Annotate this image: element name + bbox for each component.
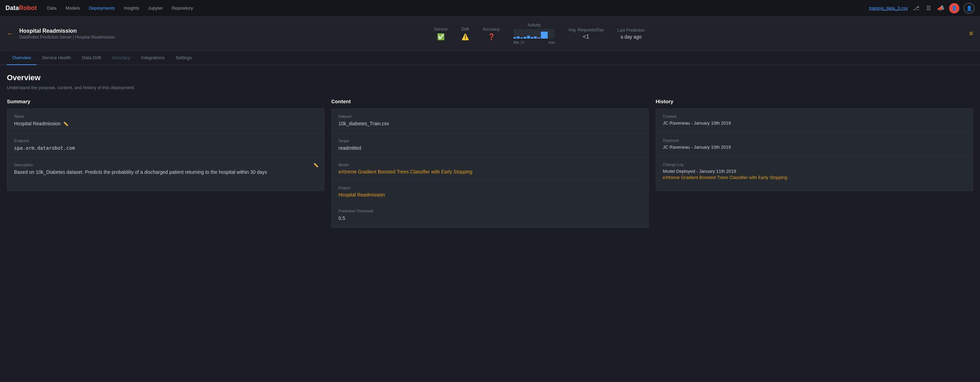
description-field-value: Based on 10k_Diabetes dataset. Predicts … bbox=[14, 169, 317, 176]
summary-title: Summary bbox=[7, 98, 325, 104]
dataset-field-value: 10k_diabetes_Train.csv bbox=[339, 120, 641, 127]
tab-data-drift[interactable]: Data Drift bbox=[76, 51, 107, 65]
content-title: Content bbox=[331, 98, 649, 104]
last-prediction-stat: Last Prediction a day ago bbox=[617, 28, 644, 40]
deployment-header: ← Hospital Readmission DataRobot Predict… bbox=[0, 16, 980, 51]
main-content: Overview Understand the purpose, content… bbox=[0, 65, 980, 236]
content-target-section: Target readmitted bbox=[332, 133, 648, 158]
logo-robot-text: Robot bbox=[19, 5, 37, 12]
tab-service-health[interactable]: Service Health bbox=[37, 51, 76, 65]
history-created-section: Created JC Raveneau - January 10th 2019 bbox=[656, 109, 973, 133]
tab-overview[interactable]: Overview bbox=[7, 51, 37, 65]
logo[interactable]: Data Robot bbox=[5, 5, 37, 12]
changelog-field-label: Change Log bbox=[663, 163, 966, 166]
service-status-icon: ✅ bbox=[437, 33, 445, 41]
accuracy-status-icon: ❓ bbox=[488, 33, 495, 41]
nav-right-actions: training_data_3.csv ⎇ ☰ 📣 👤 👤 bbox=[869, 3, 975, 14]
content-column: Content Dataset 10k_diabetes_Train.csv T… bbox=[331, 98, 649, 228]
created-field-value: JC Raveneau - January 10th 2019 bbox=[663, 120, 966, 127]
threshold-field-label: Prediction Threshold bbox=[339, 209, 641, 213]
deployment-title: Hospital Readmission bbox=[19, 28, 115, 34]
user-avatar-orange[interactable]: 👤 bbox=[949, 3, 959, 13]
summary-column: Summary Name Hospital Readmission ✏️ End… bbox=[7, 98, 325, 191]
avg-requests-value: <1 bbox=[583, 34, 589, 40]
page-subtitle: Understand the purpose, content, and his… bbox=[7, 85, 973, 90]
tabs-bar: Overview Service Health Data Drift Accur… bbox=[0, 51, 980, 65]
project-field-value[interactable]: Hospital Readmission bbox=[339, 192, 641, 198]
description-edit-icon[interactable]: ✏️ bbox=[313, 163, 318, 168]
dataset-field-label: Dataset bbox=[339, 114, 641, 118]
nav-deployments[interactable]: Deployments bbox=[85, 4, 118, 12]
avg-requests-label: Avg. Requests/Day bbox=[568, 27, 604, 32]
history-card: Created JC Raveneau - January 10th 2019 … bbox=[655, 109, 973, 191]
notifications-icon[interactable]: ☰ bbox=[924, 4, 932, 13]
created-field-label: Created bbox=[663, 114, 966, 118]
drift-label: Drift bbox=[461, 27, 469, 32]
nav-links: Data Models Deployments Insights Jupyter… bbox=[44, 4, 869, 12]
activity-chart bbox=[513, 29, 555, 38]
drift-status-icon: ⚠️ bbox=[461, 33, 469, 41]
deployment-title-block: Hospital Readmission DataRobot Predictio… bbox=[19, 28, 115, 40]
header-menu-button[interactable]: ≡ bbox=[969, 30, 973, 37]
content-threshold-section: Prediction Threshold 0.5 bbox=[332, 203, 648, 227]
avg-requests-stat: Avg. Requests/Day <1 bbox=[568, 27, 604, 40]
target-field-label: Target bbox=[339, 139, 641, 143]
user-avatar-outline[interactable]: 👤 bbox=[964, 3, 975, 14]
deployed-field-label: Deployed bbox=[663, 138, 966, 142]
name-row: Hospital Readmission ✏️ bbox=[14, 120, 317, 127]
name-field-value: Hospital Readmission bbox=[14, 120, 60, 127]
description-field-label: Description bbox=[14, 163, 317, 167]
content-project-section: Project Hospital Readmission bbox=[332, 180, 648, 203]
csv-link[interactable]: training_data_3.csv bbox=[869, 5, 908, 11]
threshold-field-value: 0.5 bbox=[339, 215, 641, 222]
megaphone-icon[interactable]: 📣 bbox=[937, 4, 945, 13]
nav-insights[interactable]: Insights bbox=[120, 4, 143, 12]
accuracy-stat: Accuracy ❓ bbox=[483, 27, 500, 41]
target-field-value: readmitted bbox=[339, 145, 641, 152]
content-card: Dataset 10k_diabetes_Train.csv Target re… bbox=[331, 109, 649, 228]
history-title: History bbox=[655, 98, 973, 104]
deployment-stats: Service ✅ Drift ⚠️ Accuracy ❓ Activity bbox=[115, 19, 964, 48]
name-field-label: Name bbox=[14, 114, 317, 118]
share-icon[interactable]: ⎇ bbox=[912, 4, 920, 13]
accuracy-label: Accuracy bbox=[483, 27, 500, 32]
deployed-field-value: JC Raveneau - January 10th 2019 bbox=[663, 144, 966, 151]
activity-start-date: Mar 13 bbox=[513, 41, 524, 45]
tab-integrations[interactable]: Integrations bbox=[136, 51, 170, 65]
service-stat: Service ✅ bbox=[434, 27, 448, 41]
summary-description-section: Description Based on 10k_Diabetes datase… bbox=[7, 157, 324, 181]
last-prediction-value: a day ago bbox=[620, 34, 642, 40]
summary-endpoint-section: Endpoint spa.orm.datarobot.com bbox=[7, 133, 324, 158]
endpoint-field-label: Endpoint bbox=[14, 139, 317, 143]
summary-name-section: Name Hospital Readmission ✏️ bbox=[7, 109, 324, 133]
back-button[interactable]: ← bbox=[7, 30, 14, 37]
drift-stat: Drift ⚠️ bbox=[461, 27, 469, 41]
model-field-label: Model bbox=[339, 163, 641, 167]
content-model-section: Model eXtreme Gradient Boosted Trees Cla… bbox=[332, 157, 648, 180]
nav-repository[interactable]: Repository bbox=[169, 4, 197, 12]
nav-data[interactable]: Data bbox=[44, 4, 60, 12]
summary-card: Name Hospital Readmission ✏️ Endpoint sp… bbox=[7, 109, 325, 191]
tab-accuracy[interactable]: Accuracy bbox=[107, 51, 136, 65]
project-field-label: Project bbox=[339, 186, 641, 190]
service-label: Service bbox=[434, 27, 448, 32]
nav-jupyter[interactable]: Jupyter bbox=[145, 4, 166, 12]
content-dataset-section: Dataset 10k_diabetes_Train.csv bbox=[332, 109, 648, 133]
nav-models[interactable]: Models bbox=[62, 4, 83, 12]
tab-settings[interactable]: Settings bbox=[170, 51, 197, 65]
deployment-subtitle: DataRobot Prediction Server | Hospital R… bbox=[19, 35, 115, 40]
history-changelog-section: Change Log Model Deployed - January 11th… bbox=[656, 157, 973, 186]
activity-stat: Activity Mar 13 now bbox=[513, 23, 555, 45]
activity-end-date: now bbox=[549, 41, 555, 45]
name-edit-icon[interactable]: ✏️ bbox=[63, 121, 68, 126]
overview-columns: Summary Name Hospital Readmission ✏️ End… bbox=[7, 98, 973, 228]
page-title: Overview bbox=[7, 73, 973, 82]
endpoint-field-value: spa.orm.datarobot.com bbox=[14, 145, 317, 152]
activity-date-labels: Mar 13 now bbox=[513, 41, 555, 45]
activity-label: Activity bbox=[527, 23, 541, 27]
history-deployed-section: Deployed JC Raveneau - January 10th 2019 bbox=[656, 133, 973, 157]
changelog-line1: Model Deployed - January 11th 2019 bbox=[663, 168, 966, 175]
changelog-line2[interactable]: eXtreme Gradient Boosted Trees Classifie… bbox=[663, 175, 966, 180]
history-column: History Created JC Raveneau - January 10… bbox=[655, 98, 973, 191]
model-field-value[interactable]: eXtreme Gradient Boosted Trees Classifie… bbox=[339, 169, 641, 174]
